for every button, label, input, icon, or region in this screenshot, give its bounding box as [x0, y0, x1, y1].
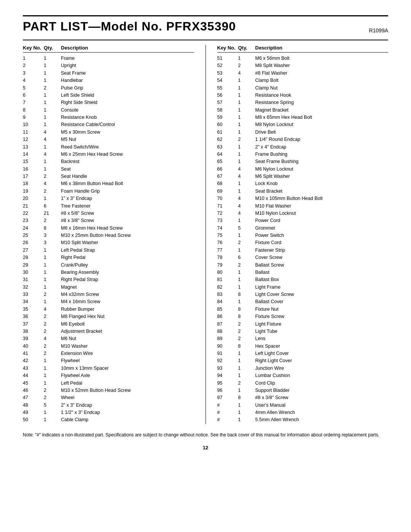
table-row: 124M5 Nut — [23, 136, 194, 143]
qty: 1 — [44, 107, 61, 114]
key-no: 83 — [217, 291, 238, 298]
description: Ballast Cover — [255, 298, 389, 305]
qty: 4 — [238, 166, 255, 173]
qty: 2 — [44, 321, 61, 328]
key-no: 86 — [217, 313, 238, 320]
table-row: 61Left Side Shield — [23, 92, 194, 99]
table-row: 151Backrest — [23, 158, 194, 165]
key-no: 23 — [23, 217, 44, 224]
table-row: 6221 1/4" Round Endcap — [217, 136, 389, 143]
description: Flywheel Axle — [61, 372, 194, 379]
table-row: 412Extension Wire — [23, 350, 194, 357]
key-no: 15 — [23, 158, 44, 165]
footer-note-text: Note: "#" indicates a non-illustrated pa… — [23, 432, 379, 438]
qty: 8 — [238, 306, 255, 313]
key-no: 46 — [23, 387, 44, 394]
key-no: 9 — [23, 114, 44, 121]
key-no: 26 — [23, 239, 44, 246]
qty: 1 — [44, 121, 61, 128]
key-no: 79 — [217, 262, 238, 269]
table-row: 534#8 Flat Washer — [217, 70, 389, 77]
key-no: 29 — [23, 262, 44, 269]
table-row: 561Resistance Hook — [217, 92, 389, 99]
table-row: 91Resistance Knob — [23, 114, 194, 121]
qty: 1 — [238, 188, 255, 195]
key-no: 70 — [217, 195, 238, 202]
key-no: 21 — [23, 203, 44, 210]
table-row: 714M10 Flat Washer — [217, 203, 389, 210]
table-row: 541Clamp Bolt — [217, 77, 389, 84]
qty: 1 — [238, 269, 255, 276]
table-row: 321Magnet — [23, 284, 194, 291]
table-row: 931Junction Wire — [217, 365, 389, 372]
table-row: 681Lock Knob — [217, 180, 389, 187]
qty: 1 — [238, 92, 255, 99]
key-no: 45 — [23, 380, 44, 387]
table-row: 911Left Light Cover — [217, 350, 389, 357]
key-no: 6 — [23, 92, 44, 99]
description: Fixture Cord — [255, 239, 389, 246]
description: Tree Fastener — [61, 203, 194, 210]
table-row: 978#8 x 3/8" Screw — [217, 394, 389, 401]
key-no: 84 — [217, 298, 238, 305]
key-no: 41 — [23, 350, 44, 357]
qty: 1 — [44, 77, 61, 84]
key-no: 62 — [217, 136, 238, 143]
description: Rubber Bumper — [61, 306, 194, 313]
key-no: 51 — [217, 55, 238, 62]
key-no: 14 — [23, 151, 44, 158]
key-no: 7 — [23, 99, 44, 106]
table-row: 101Resistance Cable/Control — [23, 121, 194, 128]
qty: 1 — [44, 144, 61, 151]
key-no: 67 — [217, 173, 238, 180]
key-no: 65 — [217, 158, 238, 165]
key-no: 58 — [217, 107, 238, 114]
qty: 1 — [238, 180, 255, 187]
key-no: 3 — [23, 70, 44, 77]
key-no: 32 — [23, 284, 44, 291]
description: 1 1/2" x 3" Endcap — [61, 409, 194, 416]
description: Power Switch — [255, 232, 389, 239]
table-row: 838Light Cover Screw — [217, 291, 389, 298]
qty: 2 — [44, 343, 61, 350]
qty: 2 — [44, 313, 61, 320]
description: #8 x 3/8" Screw — [61, 217, 194, 224]
key-no: 16 — [23, 166, 44, 173]
key-no: 66 — [217, 166, 238, 173]
qty: 1 — [238, 77, 255, 84]
table-row: 771Fastener Strip — [217, 247, 389, 254]
key-no: 91 — [217, 350, 238, 357]
description: M6 x 56mm Bolt — [255, 55, 389, 62]
description: Left Side Shield — [61, 92, 194, 99]
qty: 1 — [44, 158, 61, 165]
description: M10 Flat Washer — [255, 203, 389, 210]
qty: 1 — [238, 99, 255, 106]
key-no: 25 — [23, 232, 44, 239]
description: M6 Eyebolt — [61, 321, 194, 328]
description: Backrest — [61, 158, 194, 165]
description: Seat Handle — [61, 173, 194, 180]
qty: 2 — [238, 262, 255, 269]
table-row: #14mm Allen Wrench — [217, 409, 389, 416]
key-no: 77 — [217, 247, 238, 254]
table-row: 382Adjustment Bracket — [23, 328, 194, 335]
key-no: 75 — [217, 232, 238, 239]
qty: 1 — [44, 166, 61, 173]
header-bottom-border — [23, 40, 388, 40]
key-no: 68 — [217, 180, 238, 187]
table-row: 341M4 x 16mm Screw — [23, 298, 194, 305]
description: Ballast Screw — [255, 262, 389, 269]
qty: 1 — [238, 365, 255, 372]
table-row: 872Light Fixture — [217, 321, 389, 328]
qty: 2 — [44, 173, 61, 180]
qty: 4 — [238, 210, 255, 217]
description: Seat Frame Bushing — [255, 158, 389, 165]
description: Resistance Knob — [61, 114, 194, 121]
description: M6 Split Washer — [255, 173, 389, 180]
table-row: 511M6 x 56mm Bolt — [217, 55, 389, 62]
left-column: Key No. Qty. Description 11Frame21Uprigh… — [23, 45, 202, 424]
table-row: 81Console — [23, 107, 194, 114]
description: M10 Washer — [61, 343, 194, 350]
key-no: 27 — [23, 247, 44, 254]
qty: 1 — [44, 365, 61, 372]
